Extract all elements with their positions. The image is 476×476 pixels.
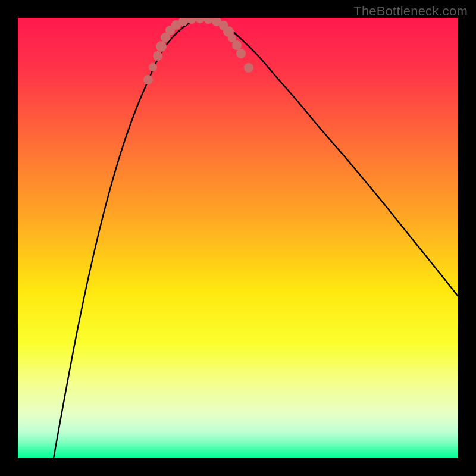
curve-marker [244, 63, 253, 73]
curve-marker [149, 63, 157, 71]
curve-markers [143, 18, 253, 84]
curve-layer [18, 18, 458, 458]
chart-frame [18, 18, 458, 458]
watermark-text: TheBottleneck.com [353, 4, 468, 19]
curve-marker [153, 51, 162, 61]
curve-marker [156, 41, 167, 52]
curve-marker [236, 49, 246, 58]
curve-marker [203, 18, 213, 24]
bottleneck-curve [54, 19, 458, 458]
curve-marker [195, 18, 205, 23]
curve-marker [143, 75, 153, 84]
curve-marker [232, 40, 242, 50]
